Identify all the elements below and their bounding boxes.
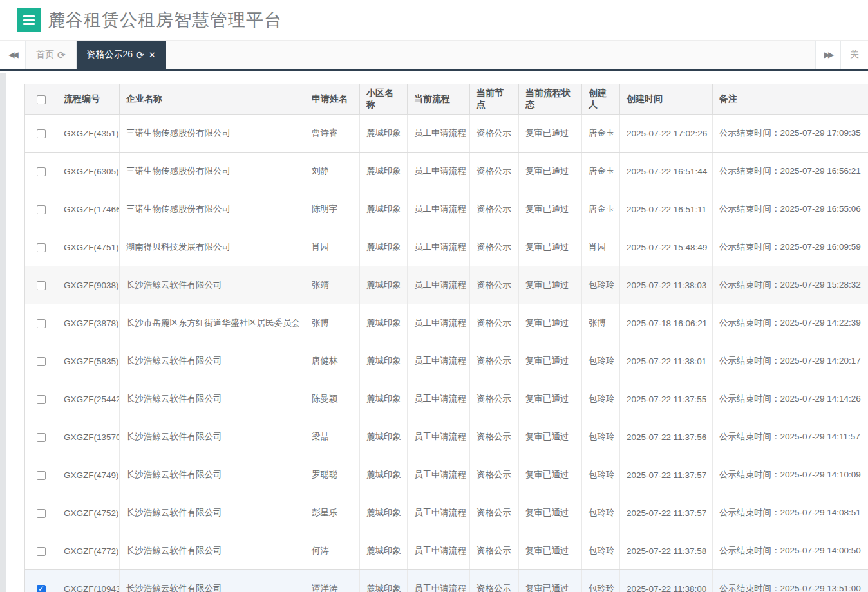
table-row[interactable]: GXGZF(25442) 长沙浩鲸云软件有限公司 陈曼颖 麓城印象 员工申请流程… — [25, 380, 868, 418]
cell-created-time: 2025-07-22 11:37:55 — [620, 380, 713, 418]
cell-remark: 公示结束时间：2025-07-29 14:22:39 — [713, 304, 868, 342]
cell-community: 麓城印象 — [360, 570, 408, 592]
cell-process-no: GXGZF(9038) — [57, 266, 120, 304]
row-checkbox[interactable] — [37, 129, 46, 138]
cell-process-no: GXGZF(5835) — [57, 342, 120, 380]
table-row[interactable]: GXGZF(17466) 三诺生物传感股份有限公司 陈明宇 麓城印象 员工申请流… — [25, 190, 868, 228]
cell-applicant: 肖园 — [305, 228, 360, 266]
table-row[interactable]: GXGZF(9038) 长沙浩鲸云软件有限公司 张靖 麓城印象 员工申请流程 资… — [25, 266, 868, 304]
row-checkbox[interactable] — [37, 167, 46, 176]
row-checkbox[interactable] — [37, 395, 46, 404]
cell-status: 复审已通过 — [519, 532, 582, 570]
cell-applicant: 刘静 — [305, 153, 360, 190]
cell-status: 复审已通过 — [519, 342, 582, 380]
table-row[interactable]: GXGZF(5835) 长沙浩鲸云软件有限公司 唐健林 麓城印象 员工申请流程 … — [25, 342, 868, 380]
row-checkbox[interactable] — [37, 547, 46, 556]
cell-company: 三诺生物传感股份有限公司 — [120, 190, 305, 228]
col-header-process-no: 流程编号 — [57, 84, 120, 115]
close-tab-icon[interactable]: ✕ — [149, 50, 156, 60]
cell-creator: 肖园 — [582, 228, 620, 266]
table-row[interactable]: GXGZF(4749) 长沙浩鲸云软件有限公司 罗聪聪 麓城印象 员工申请流程 … — [25, 456, 868, 494]
row-checkbox[interactable] — [37, 471, 46, 480]
tab-qualification-publicity[interactable]: 资格公示26 ⟳ ✕ — [77, 41, 166, 69]
cell-flow: 员工申请流程 — [408, 153, 470, 190]
row-checkbox[interactable] — [37, 281, 46, 290]
table-row[interactable]: GXGZF(4772) 长沙浩鲸云软件有限公司 何涛 麓城印象 员工申请流程 资… — [25, 532, 868, 570]
cell-community: 麓城印象 — [360, 418, 408, 456]
cell-applicant: 张靖 — [305, 266, 360, 304]
row-checkbox[interactable] — [37, 433, 46, 442]
cell-flow: 员工申请流程 — [408, 494, 470, 532]
tab-home[interactable]: 首页 ⟳ — [26, 41, 77, 69]
cell-created-time: 2025-07-22 11:38:00 — [620, 570, 713, 592]
refresh-icon[interactable]: ⟳ — [57, 50, 66, 60]
tab-home-label: 首页 — [36, 49, 54, 60]
cell-status: 复审已通过 — [519, 115, 582, 153]
hamburger-menu-icon[interactable] — [17, 8, 41, 32]
cell-status: 复审已通过 — [519, 304, 582, 342]
cell-created-time: 2025-07-22 16:51:44 — [620, 153, 713, 190]
cell-remark: 公示结束时间：2025-07-29 14:20:17 — [713, 342, 868, 380]
col-header-node: 当前节点 — [470, 84, 519, 115]
cell-node: 资格公示 — [470, 153, 519, 190]
cell-process-no: GXGZF(4351) — [57, 115, 120, 153]
table-row[interactable]: GXGZF(4751) 湖南得贝科技发展有限公司 肖园 麓城印象 员工申请流程 … — [25, 228, 868, 266]
cell-remark: 公示结束时间：2025-07-29 16:55:06 — [713, 190, 868, 228]
col-header-company: 企业名称 — [120, 84, 305, 115]
table-row[interactable]: GXGZF(4752) 长沙浩鲸云软件有限公司 彭星乐 麓城印象 员工申请流程 … — [25, 494, 868, 532]
col-header-status: 当前流程状态 — [519, 84, 582, 115]
cell-process-no: GXGZF(10943) — [57, 570, 120, 592]
row-checkbox[interactable] — [37, 319, 46, 328]
row-checkbox[interactable] — [37, 357, 46, 366]
cell-community: 麓城印象 — [360, 115, 408, 153]
table-row[interactable]: GXGZF(13570) 长沙浩鲸云软件有限公司 梁喆 麓城印象 员工申请流程 … — [25, 418, 868, 456]
cell-remark: 公示结束时间：2025-07-29 15:28:32 — [713, 266, 868, 304]
cell-process-no: GXGZF(4752) — [57, 494, 120, 532]
cell-remark: 公示结束时间：2025-07-29 14:14:26 — [713, 380, 868, 418]
tab-bar: ◀◀ 首页 ⟳ 资格公示26 ⟳ ✕ ▶▶ 关 — [0, 40, 868, 71]
main-content: 流程编号 企业名称 申请姓名 小区名称 当前流程 当前节点 当前流程状态 创建人… — [0, 71, 868, 592]
cell-node: 资格公示 — [470, 342, 519, 380]
cell-creator: 唐金玉 — [582, 115, 620, 153]
cell-company: 长沙浩鲸云软件有限公司 — [120, 342, 305, 380]
cell-community: 麓城印象 — [360, 342, 408, 380]
cell-community: 麓城印象 — [360, 494, 408, 532]
cell-status: 复审已通过 — [519, 456, 582, 494]
cell-company: 三诺生物传感股份有限公司 — [120, 153, 305, 190]
table-row[interactable]: GXGZF(3878) 长沙市岳麓区东方红街道华盛社区居民委员会 张博 麓城印象… — [25, 304, 868, 342]
row-checkbox[interactable] — [37, 509, 46, 518]
cell-node: 资格公示 — [470, 228, 519, 266]
cell-remark: 公示结束时间：2025-07-29 14:08:51 — [713, 494, 868, 532]
scroll-tabs-right-icon[interactable]: ▶▶ — [815, 41, 841, 69]
row-checkbox[interactable] — [37, 585, 46, 592]
cell-creator: 包玲玲 — [582, 266, 620, 304]
row-checkbox[interactable] — [37, 243, 46, 252]
cell-node: 资格公示 — [470, 456, 519, 494]
sidebar-edge-strip — [0, 73, 6, 592]
cell-company: 长沙浩鲸云软件有限公司 — [120, 494, 305, 532]
select-all-checkbox[interactable] — [37, 95, 46, 104]
close-operations-button[interactable]: 关 — [841, 41, 868, 69]
table-row[interactable]: GXGZF(10943) 长沙浩鲸云软件有限公司 谭洋涛 麓城印象 员工申请流程… — [25, 570, 868, 592]
col-header-remark: 备注 — [713, 84, 868, 115]
col-header-applicant: 申请姓名 — [305, 84, 360, 115]
cell-flow: 员工申请流程 — [408, 228, 470, 266]
table-row[interactable]: GXGZF(4351) 三诺生物传感股份有限公司 曾诗睿 麓城印象 员工申请流程… — [25, 115, 868, 153]
cell-process-no: GXGZF(25442) — [57, 380, 120, 418]
col-header-community: 小区名称 — [360, 84, 408, 115]
cell-status: 复审已通过 — [519, 190, 582, 228]
cell-creator: 包玲玲 — [582, 342, 620, 380]
cell-created-time: 2025-07-22 11:37:58 — [620, 532, 713, 570]
cell-flow: 员工申请流程 — [408, 380, 470, 418]
refresh-icon[interactable]: ⟳ — [136, 50, 144, 60]
publicity-table: 流程编号 企业名称 申请姓名 小区名称 当前流程 当前节点 当前流程状态 创建人… — [24, 84, 868, 592]
cell-flow: 员工申请流程 — [408, 532, 470, 570]
row-checkbox[interactable] — [37, 205, 46, 214]
cell-created-time: 2025-07-22 11:37:57 — [620, 456, 713, 494]
cell-company: 长沙浩鲸云软件有限公司 — [120, 380, 305, 418]
scroll-tabs-left-icon[interactable]: ◀◀ — [0, 41, 26, 69]
cell-remark: 公示结束时间：2025-07-29 14:11:57 — [713, 418, 868, 456]
cell-flow: 员工申请流程 — [408, 570, 470, 592]
table-row[interactable]: GXGZF(6305) 三诺生物传感股份有限公司 刘静 麓城印象 员工申请流程 … — [25, 153, 868, 190]
cell-flow: 员工申请流程 — [408, 190, 470, 228]
